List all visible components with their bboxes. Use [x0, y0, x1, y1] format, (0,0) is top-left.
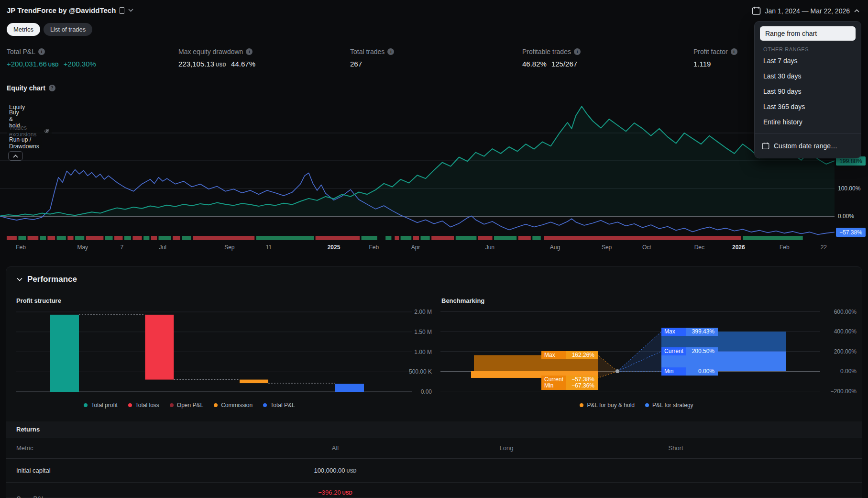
metric-value: 46.82% [522, 60, 547, 68]
col-short: Short [668, 444, 683, 452]
x-tick: Sep [602, 244, 612, 251]
metric-all-value: 100,000.00USD [314, 467, 356, 474]
returns-row-initial-capital: Initial capital100,000.00USD [6, 459, 862, 483]
col-long: Long [500, 444, 514, 452]
x-tick: 7 [120, 244, 123, 251]
legend-item-buy-hold[interactable]: Buy & hold [7, 115, 22, 123]
calendar-icon [752, 6, 761, 15]
equity-chart-heading: Equity chart ? [7, 84, 55, 92]
metric-profitable-trades: Profitable tradesi 46.82%125/267 [522, 48, 666, 68]
date-range-label: Jan 1, 2024 — Mar 22, 2026 [765, 7, 850, 15]
metric-value: 1.119 [693, 60, 711, 68]
dropdown-divider [755, 133, 861, 134]
lock-glyph-icon [120, 7, 124, 14]
legend-item-run-up-drawdowns[interactable]: Run-up / Drawdowns [7, 139, 42, 147]
profit-structure-legend: Total profitTotal lossOpen P&LCommission… [15, 402, 364, 409]
equity-x-axis[interactable]: FebMay7JulSep112025FebAprJunAugSepOctDec… [0, 244, 835, 253]
info-icon[interactable]: i [387, 48, 394, 55]
x-tick: May [77, 244, 88, 251]
collapse-panel-button[interactable] [8, 151, 23, 161]
legend-dot-icon [580, 403, 583, 407]
equity-chart[interactable]: EquityBuy & holdTrades excursionsRun-up … [0, 100, 868, 254]
buyhold-current-badge: −57.38% [836, 228, 866, 237]
performance-section: Performance Profit structure 2.00 M1.50 … [6, 266, 862, 498]
strategy-tester-app: JP TrendForce by @DaviddTech Jan 1, 2024… [0, 0, 868, 498]
metric-label: Profit factor [693, 48, 728, 55]
dropdown-item-last-30-days[interactable]: Last 30 days [755, 68, 861, 84]
chevron-down-icon [128, 9, 133, 12]
info-icon[interactable]: i [731, 48, 737, 55]
metric-value: 267 [350, 60, 362, 68]
strategy-title-row[interactable]: JP TrendForce by @DaviddTech [7, 6, 133, 14]
x-tick: Sep [224, 244, 234, 251]
col-all: All [332, 444, 339, 452]
x-tick: 22 [821, 244, 827, 251]
legend-label: Total profit [91, 402, 117, 409]
tab-metrics[interactable]: Metrics [7, 23, 40, 36]
returns-rows: Initial capital100,000.00USDOpen P&L−396… [6, 459, 862, 498]
chevron-down-icon [17, 277, 22, 281]
benchmarking-chart[interactable]: 600.00%400.00%200.00%0.00%−200.00%Max162… [438, 304, 858, 402]
metric-value: +200,031.66 [7, 60, 47, 68]
equity-chart-plot[interactable] [0, 100, 868, 254]
legend-label: Open P&L [177, 402, 203, 409]
x-tick: Feb [780, 244, 790, 251]
legend-item-trades-excursions[interactable]: Trades excursions [7, 127, 52, 135]
dropdown-item-last-365-days[interactable]: Last 365 days [755, 99, 861, 114]
metric-all-value: −396.20USD [318, 489, 352, 496]
date-range-dropdown: Range from chart OTHER RANGES Last 7 day… [754, 21, 861, 158]
dropdown-item-entire-history[interactable]: Entire history [755, 114, 861, 130]
legend-label: Total P&L [270, 402, 295, 409]
legend-label: Trades excursions [9, 124, 40, 138]
metric-value: 223,105.13 [178, 60, 214, 68]
legend-dot-icon [128, 403, 132, 407]
dropdown-item-custom-date-range[interactable]: Custom date range… [755, 138, 861, 154]
metric-label: Total trades [350, 48, 385, 55]
x-tick: 11 [266, 244, 272, 251]
x-tick: Dec [694, 244, 704, 251]
x-tick: Feb [369, 244, 379, 251]
chevron-up-icon [854, 9, 859, 12]
col-metric: Metric [16, 444, 33, 452]
metric-total-trades: Total tradesi 267 [350, 48, 494, 68]
dropdown-section-label: OTHER RANGES [755, 46, 861, 52]
info-icon[interactable]: i [246, 48, 253, 55]
legend-total-p-l[interactable]: Total P&L [263, 402, 295, 409]
dropdown-item-last-7-days[interactable]: Last 7 days [755, 53, 861, 68]
legend-commission[interactable]: Commission [214, 402, 253, 409]
profit-structure-chart[interactable]: 2.00 M1.50 M1.00 M500.00 K0.00 [15, 308, 432, 404]
dropdown-item-range-from-chart[interactable]: Range from chart [760, 26, 856, 41]
legend-label: P&L for strategy [652, 402, 693, 409]
info-icon[interactable]: i [574, 48, 581, 55]
profit-structure-title: Profit structure [16, 297, 61, 304]
legend-p-l-for-strategy[interactable]: P&L for strategy [645, 402, 693, 409]
info-icon[interactable]: i [38, 48, 45, 55]
legend-dot-icon [645, 403, 649, 407]
legend-label: Run-up / Drawdowns [9, 136, 39, 150]
x-tick: Jun [485, 244, 494, 251]
metric-max-drawdown: Max equity drawdowni 223,105.13USD44.67% [178, 48, 322, 68]
x-tick: Oct [642, 244, 651, 251]
legend-open-p-l[interactable]: Open P&L [170, 402, 203, 409]
metric-label: Total P&L [7, 48, 35, 55]
help-icon[interactable]: ? [49, 85, 55, 91]
legend-label: P&L for buy & hold [587, 402, 635, 409]
returns-column-headers: Metric All Long Short [6, 438, 862, 459]
x-tick: Apr [411, 244, 420, 251]
date-range-control[interactable]: Jan 1, 2024 — Mar 22, 2026 [750, 5, 861, 17]
axis-label-0: 0.00% [838, 213, 854, 220]
performance-title: Performance [27, 275, 77, 284]
legend-p-l-for-buy-hold[interactable]: P&L for buy & hold [580, 402, 635, 409]
eye-off-icon[interactable] [44, 128, 50, 134]
legend-total-profit[interactable]: Total profit [84, 402, 117, 409]
tab-list-of-trades[interactable]: List of trades [44, 23, 92, 36]
metric-total-pnl: Total P&Li +200,031.66USD+200.30% [7, 48, 150, 68]
legend-total-loss[interactable]: Total loss [128, 402, 159, 409]
x-tick: Feb [16, 244, 26, 251]
axis-label-100: 100.00% [838, 185, 860, 192]
x-tick: 2026 [732, 244, 745, 251]
dropdown-item-last-90-days[interactable]: Last 90 days [755, 84, 861, 99]
legend-label: Total loss [135, 402, 159, 409]
benchmarking-title: Benchmarking [441, 297, 484, 304]
performance-header[interactable]: Performance [17, 275, 77, 284]
